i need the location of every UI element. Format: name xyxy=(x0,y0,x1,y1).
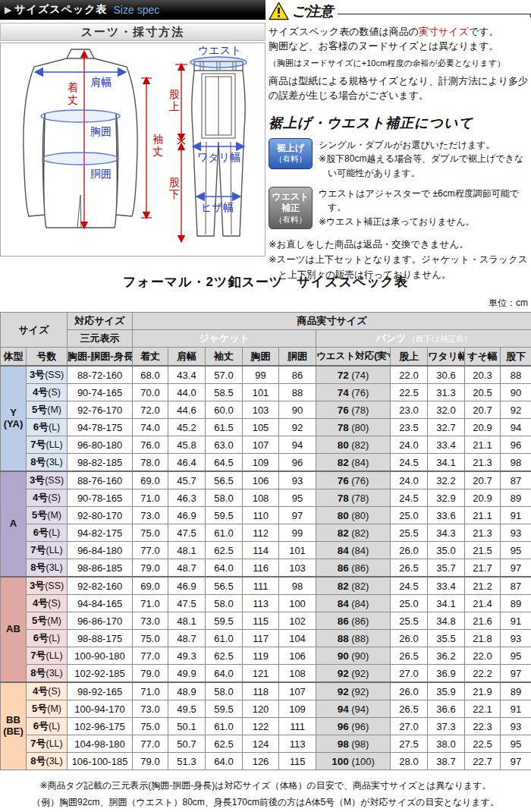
pants-value-cell: 24.5 xyxy=(391,489,428,507)
three-size-cell: 102-96-175 xyxy=(68,718,133,735)
jacket-value-cell: 77.0 xyxy=(133,647,168,665)
body-type-cell: BB(BE) xyxy=(1,682,27,770)
spec-row: 7号(LL)104-98-18077.050.762.512411398 (98… xyxy=(1,735,531,753)
jacket-value-cell: 94 xyxy=(279,436,316,454)
caution-section: ご注意 サイズスペック表の数値は商品の実寸サイズです。胸囲など、お客様のヌードサ… xyxy=(269,2,531,282)
spec-row: 6号(L)94-82-17575.047.561.01129982 (82)25… xyxy=(1,524,531,542)
pants-value-cell: 91 xyxy=(501,700,531,718)
header-col: 胸囲 xyxy=(243,348,279,367)
waist-main: 76 xyxy=(338,475,349,486)
header-col: 股上 xyxy=(391,348,428,367)
jacket-value-cell: 106 xyxy=(243,471,279,489)
knee-width-label: ヒザ幅 xyxy=(201,201,234,213)
pants-value-cell: 97 xyxy=(501,559,531,578)
unit-label: 単位：cm xyxy=(0,297,528,310)
jacket-value-cell: 49.9 xyxy=(168,665,206,683)
pants-value-cell: 22.0 xyxy=(391,366,428,384)
header-sangen: 三元表示 xyxy=(68,330,133,348)
jacket-value-cell: 46.9 xyxy=(168,577,206,595)
size-number: 6号 xyxy=(33,720,49,732)
spec-row: AB3号(SS)92-82-16069.046.956.51119882 (82… xyxy=(1,577,531,595)
jacket-value-cell: 45.2 xyxy=(168,419,206,436)
hem-text-line: ※ウエスト補正は承っておりません。 xyxy=(319,215,531,229)
jacket-value-cell: 122 xyxy=(243,718,279,735)
size-cell: 7号(LL) xyxy=(27,735,68,753)
pants-value-cell: 22.5 xyxy=(391,384,428,401)
spec-row: 5号(M)92-80-17073.046.959.51109780 (80)25… xyxy=(1,507,531,524)
three-size-cell: 94-84-165 xyxy=(68,595,133,612)
pants-value-cell: 21.1 xyxy=(465,507,501,524)
pants-value-cell: 22.0 xyxy=(465,647,501,665)
pants-value-cell: 21.1 xyxy=(465,436,501,454)
jacket-value-cell: 103 xyxy=(279,559,316,578)
pants-value-cell: 22.7 xyxy=(465,753,501,770)
hem-note-line: ※スーツは上下セットとなります。ジャケット・スラックスと上下別々の販売は行ってお… xyxy=(269,252,531,282)
spec-row: 7号(LL)96-80-18076.045.863.01079480 (82)2… xyxy=(1,436,531,454)
jacket-value-cell: 100 xyxy=(279,595,316,612)
three-size-cell: 92-76-170 xyxy=(68,401,133,419)
waist-cell: 76 (76) xyxy=(316,471,391,489)
spec-row: 6号(L)98-88-17575.048.761.011710488 (88)2… xyxy=(1,630,531,647)
size-cell: 6号(L) xyxy=(27,630,68,647)
waist-cell: 72 (74) xyxy=(316,366,391,384)
pants-value-cell: 92 xyxy=(501,401,531,419)
pants-value-cell: 25.5 xyxy=(391,524,428,542)
pants-value-cell: 36.2 xyxy=(428,647,465,665)
pants-value-cell: 30.6 xyxy=(428,366,465,384)
caution-title: ご注意 xyxy=(292,2,333,20)
pants-value-cell: 33.4 xyxy=(428,436,465,454)
jacket-value-cell: 112 xyxy=(243,524,279,542)
size-cell: 3号(SS) xyxy=(27,471,68,489)
three-size-cell: 96-80-180 xyxy=(68,436,133,454)
waist-cell: 90 (90) xyxy=(316,647,391,665)
three-size-cell: 92-82-160 xyxy=(68,577,133,595)
jacket-value-cell: 61.5 xyxy=(206,419,243,436)
header-col: 胴囲 xyxy=(279,348,316,367)
pants-value-cell: 26.5 xyxy=(391,559,428,578)
spec-row: 8号(3L)106-100-18579.051.364.0126115100 (… xyxy=(1,753,531,770)
jacket-value-cell: 90 xyxy=(279,401,316,419)
pants-value-cell: 95 xyxy=(501,735,531,753)
spec-row: 5号(M)100-94-17073.049.559.512010994 (94)… xyxy=(1,700,531,718)
pants-value-cell: 37.3 xyxy=(428,718,465,735)
waist-cell: 82 (84) xyxy=(316,454,391,472)
jacket-outline xyxy=(24,49,137,228)
pants-value-cell: 26.0 xyxy=(391,682,428,700)
chest-ellipse xyxy=(41,110,120,122)
spec-row: 8号(3L)98-82-18578.046.464.51099682 (84)2… xyxy=(1,454,531,472)
jacket-value-cell: 50.7 xyxy=(168,735,206,753)
pants-value-cell: 34.1 xyxy=(428,454,465,472)
pants-value-cell: 21.9 xyxy=(465,682,501,700)
pants-value-cell: 35.0 xyxy=(428,542,465,559)
size-cell: 4号(S) xyxy=(27,489,68,507)
spec-row: 7号(LL)100-90-18077.049.362.511910690 (90… xyxy=(1,647,531,665)
hem-section-title: 裾上げ・ウエスト補正について xyxy=(269,114,531,132)
pants-value-cell: 22.5 xyxy=(465,735,501,753)
pants-value-cell: 27.0 xyxy=(391,718,428,735)
pants-value-cell: 20.5 xyxy=(465,384,501,401)
spec-table-body: Y(YA)3号(SS)88-72-16068.043.457.0998672 (… xyxy=(1,366,531,770)
pants-value-cell: 26.5 xyxy=(391,647,428,665)
spec-row: A3号(SS)88-76-16069.045.756.51069376 (76)… xyxy=(1,471,531,489)
jacket-value-cell: 58.0 xyxy=(206,682,243,700)
header-row-2: 三元表示ジャケットパンツ（股下は補正前） xyxy=(1,330,531,348)
header-pants: パンツ（股下は補正前） xyxy=(316,330,531,348)
jacket-value-cell: 75.0 xyxy=(133,718,168,735)
pants-value-cell: 27.5 xyxy=(391,735,428,753)
sleeve-length-label-2: 丈 xyxy=(152,145,163,157)
waist-main: 80 xyxy=(338,439,349,451)
jacket-value-cell: 101 xyxy=(243,384,279,401)
waist-cell: 88 (88) xyxy=(316,630,391,647)
jacket-length-label-2: 丈 xyxy=(68,93,78,105)
hem-text: シングル・ダブルがお選びいただけます。※股下80cm越える場合等、ダブルで裾上げ… xyxy=(319,138,531,181)
header-col: すそ幅 xyxy=(465,348,501,367)
pants-value-cell: 38.0 xyxy=(428,735,465,753)
caution-text-3: 商品は型紙による規格サイズとなり、計測方法により多少の誤差が生じる場合がございま… xyxy=(269,74,531,103)
spec-row: 8号(3L)102-92-18579.049.964.012110892 (92… xyxy=(1,665,531,683)
size-cell: 4号(S) xyxy=(27,595,68,612)
jacket-value-cell: 117 xyxy=(243,630,279,647)
three-size-cell: 106-100-185 xyxy=(68,753,133,770)
jacket-value-cell: 68.0 xyxy=(133,366,168,384)
rise-label-2: 上 xyxy=(169,100,180,112)
jacket-value-cell: 79.0 xyxy=(133,753,168,770)
